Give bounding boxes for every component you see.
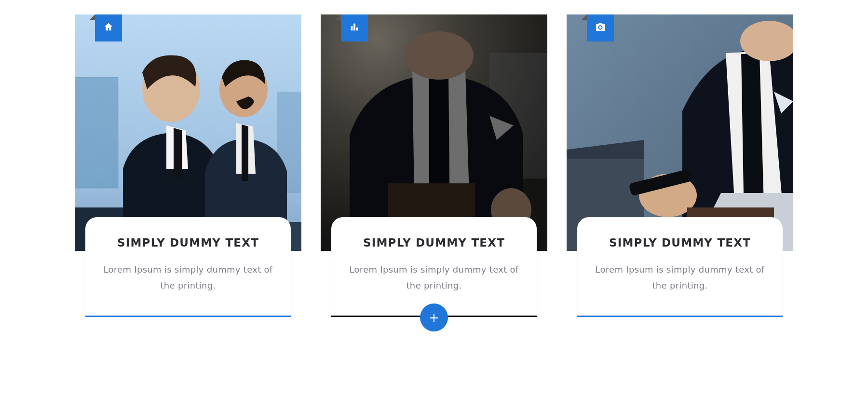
card-image (75, 14, 301, 251)
card-image (567, 14, 793, 251)
plus-icon: + (429, 311, 439, 324)
feature-card[interactable]: SIMPLY DUMMY TEXT Lorem Ipsum is simply … (567, 14, 793, 317)
card-description: Lorem Ipsum is simply dummy text of the … (592, 262, 768, 294)
badge-wrapper (335, 14, 368, 41)
card-description: Lorem Ipsum is simply dummy text of the … (346, 262, 522, 294)
badge-wrapper (89, 14, 122, 41)
badge-notch (335, 14, 341, 20)
card-title: SIMPLY DUMMY TEXT (100, 236, 276, 249)
card-description: Lorem Ipsum is simply dummy text of the … (100, 262, 276, 294)
feature-card[interactable]: SIMPLY DUMMY TEXT Lorem Ipsum is simply … (75, 14, 301, 317)
icon-badge (95, 14, 122, 41)
icon-badge (341, 14, 368, 41)
icon-badge (587, 14, 614, 41)
card-title: SIMPLY DUMMY TEXT (346, 236, 522, 249)
badge-wrapper (581, 14, 614, 41)
camera-icon (595, 22, 606, 34)
card-content: SIMPLY DUMMY TEXT Lorem Ipsum is simply … (85, 217, 291, 317)
card-title: SIMPLY DUMMY TEXT (592, 236, 768, 249)
home-icon (103, 22, 114, 34)
svg-rect-1 (75, 77, 118, 188)
badge-notch (89, 14, 95, 20)
card-content: SIMPLY DUMMY TEXT Lorem Ipsum is simply … (331, 217, 537, 317)
chart-icon (349, 22, 360, 34)
image-overlay (321, 14, 547, 251)
card-content: SIMPLY DUMMY TEXT Lorem Ipsum is simply … (577, 217, 783, 317)
feature-card[interactable]: SIMPLY DUMMY TEXT Lorem Ipsum is simply … (321, 14, 547, 317)
plus-button[interactable]: + (420, 303, 448, 331)
card-image (321, 14, 547, 251)
badge-notch (581, 14, 587, 20)
cards-row: SIMPLY DUMMY TEXT Lorem Ipsum is simply … (29, 14, 839, 317)
